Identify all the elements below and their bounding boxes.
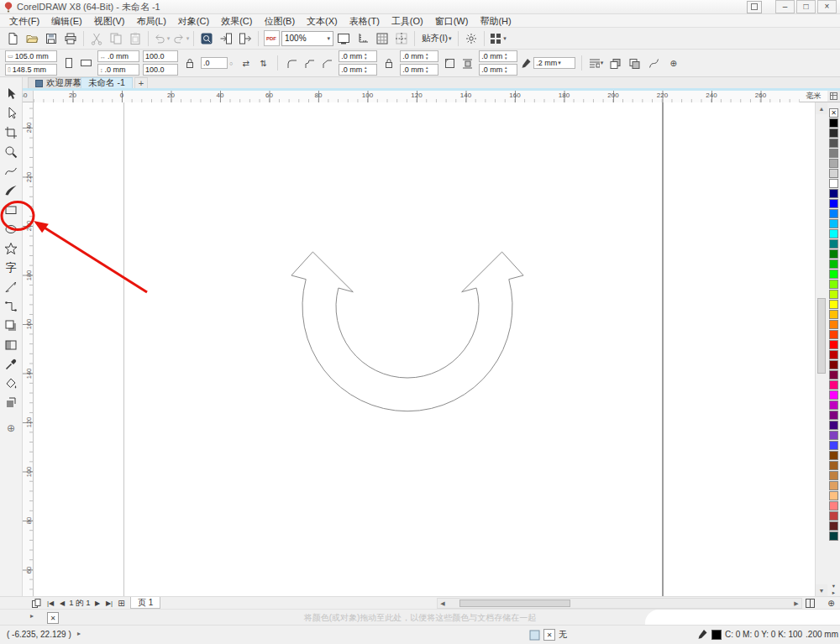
interactive-fill-tool[interactable] [2, 374, 20, 393]
ellipse-tool[interactable] [2, 220, 20, 238]
first-page-button[interactable]: |◀ [44, 598, 57, 609]
portrait-button[interactable] [60, 56, 76, 71]
landscape-button[interactable] [78, 56, 94, 71]
maximize-button[interactable]: □ [796, 0, 816, 13]
fullscreen-preview-button[interactable] [334, 30, 353, 47]
color-swatch[interactable] [829, 350, 838, 359]
shape-tool[interactable] [2, 104, 20, 123]
page-height-field[interactable]: ▯148.5 mm [5, 64, 57, 76]
color-swatch[interactable] [829, 521, 838, 531]
menu-item-12[interactable]: 帮助(H) [474, 14, 517, 28]
color-swatch[interactable] [829, 189, 838, 198]
new-document-button[interactable] [3, 30, 22, 47]
close-button[interactable]: × [817, 0, 837, 13]
cut-button[interactable] [87, 30, 106, 47]
page-1-tab[interactable]: 页 1 [130, 597, 160, 609]
color-swatch[interactable] [829, 219, 838, 228]
export-button[interactable] [236, 30, 255, 47]
next-page-button[interactable]: ▶ [92, 598, 102, 609]
horizontal-scroll-thumb[interactable] [459, 599, 570, 607]
round-corner-button[interactable] [284, 56, 300, 71]
color-swatch[interactable] [829, 149, 838, 158]
no-fill-icon[interactable]: ✕ [543, 629, 555, 641]
to-back-button[interactable] [627, 56, 643, 71]
menu-item-10[interactable]: 工具(O) [386, 14, 429, 28]
scale-y-field[interactable]: 100.0 [143, 64, 178, 76]
color-swatch[interactable] [829, 169, 838, 178]
color-swatch[interactable] [829, 139, 838, 148]
pick-tool[interactable] [2, 85, 20, 103]
import-button[interactable] [217, 30, 235, 47]
color-swatch[interactable] [829, 249, 838, 259]
statusbar-flyout-icon[interactable]: ▸ [77, 630, 81, 637]
transparency-tool[interactable] [2, 336, 20, 354]
drop-shadow-tool[interactable] [2, 317, 20, 335]
minimize-button[interactable]: – [775, 0, 795, 13]
color-swatch[interactable] [829, 209, 838, 218]
undo-button[interactable]: ▾ [152, 30, 171, 47]
vertical-scrollbar[interactable]: ▲ ▼ [815, 102, 827, 596]
mirror-vertical-button[interactable]: ⇅ [255, 56, 271, 71]
corner-radius-bl-field[interactable]: .0 mm▴▾ [339, 64, 377, 76]
color-swatch[interactable] [829, 431, 838, 440]
color-swatch[interactable] [829, 300, 838, 309]
color-swatch[interactable] [829, 179, 838, 188]
smart-fill-tool[interactable] [2, 394, 20, 412]
drawing-canvas[interactable] [34, 102, 815, 596]
color-swatch[interactable] [829, 491, 838, 500]
scroll-right-arrow-icon[interactable]: ▶ [791, 599, 801, 608]
color-swatch[interactable] [829, 481, 838, 490]
search-content-button[interactable] [197, 30, 216, 47]
color-swatch[interactable] [829, 270, 838, 279]
save-button[interactable] [42, 30, 60, 47]
color-swatch[interactable] [829, 360, 838, 369]
menu-item-11[interactable]: 窗口(W) [429, 14, 475, 28]
offset-b-field[interactable]: .0 mm▴▾ [479, 64, 517, 76]
document-palette-flyout-icon[interactable]: ▸ [30, 612, 34, 620]
color-swatch[interactable] [829, 118, 838, 128]
scroll-left-arrow-icon[interactable]: ◀ [438, 599, 448, 608]
color-swatch[interactable] [829, 199, 838, 208]
artistic-media-tool[interactable] [2, 181, 20, 200]
color-swatch[interactable] [829, 380, 838, 390]
spinner-icon[interactable]: ▴▾ [502, 65, 509, 74]
lock-ratio-button[interactable] [181, 56, 197, 71]
color-swatch[interactable] [829, 531, 838, 541]
object-width-field[interactable]: ↔.0 mm [97, 50, 139, 62]
rectangle-tool[interactable] [2, 201, 20, 219]
color-swatch[interactable] [829, 451, 838, 460]
color-swatch[interactable] [829, 128, 838, 138]
color-swatch[interactable] [829, 370, 838, 380]
new-tab-button[interactable]: + [134, 77, 148, 88]
application-launcher-button[interactable]: ▾ [488, 30, 507, 47]
show-guidelines-button[interactable] [392, 30, 411, 47]
quick-customize-button[interactable]: ⊕ [665, 56, 681, 71]
menu-item-2[interactable]: 编辑(E) [45, 14, 88, 28]
spinner-icon[interactable]: ▴▾ [423, 65, 430, 74]
text-wrap-option-button[interactable] [459, 56, 475, 71]
color-swatch[interactable] [829, 229, 838, 238]
color-swatch[interactable] [829, 159, 838, 168]
menu-item-1[interactable]: 文件(F) [3, 14, 45, 28]
scalloped-corner-button[interactable] [302, 56, 318, 71]
offset-a-field[interactable]: .0 mm▴▾ [479, 50, 517, 62]
horizontal-ruler[interactable]: 4020020406080100120140160180200220240260… [34, 91, 815, 103]
titlebar-badge[interactable] [747, 1, 762, 13]
add-page-button[interactable]: ⊞ [116, 598, 127, 609]
tab-document[interactable]: 未命名 -1 [81, 77, 133, 88]
rotation-angle-field[interactable]: .0 [201, 57, 228, 69]
color-swatch[interactable] [829, 239, 838, 249]
color-swatch[interactable] [829, 290, 838, 299]
chamfered-corner-button[interactable] [319, 56, 335, 71]
menu-item-3[interactable]: 视图(V) [88, 14, 131, 28]
freehand-tool[interactable] [2, 162, 20, 181]
open-button[interactable] [23, 30, 41, 47]
corner-radius-tl-field[interactable]: .0 mm▴▾ [339, 50, 377, 62]
ruler-options-button[interactable] [827, 91, 840, 102]
snap-to-dropdown[interactable]: 贴齐(I) ▾ [418, 31, 454, 46]
menu-item-8[interactable]: 文本(X) [301, 14, 344, 28]
menu-item-4[interactable]: 布局(L) [130, 14, 171, 28]
options-button[interactable] [462, 30, 480, 47]
menu-item-7[interactable]: 位图(B) [258, 14, 301, 28]
zoom-fit-button[interactable]: ⊕ [826, 598, 837, 609]
